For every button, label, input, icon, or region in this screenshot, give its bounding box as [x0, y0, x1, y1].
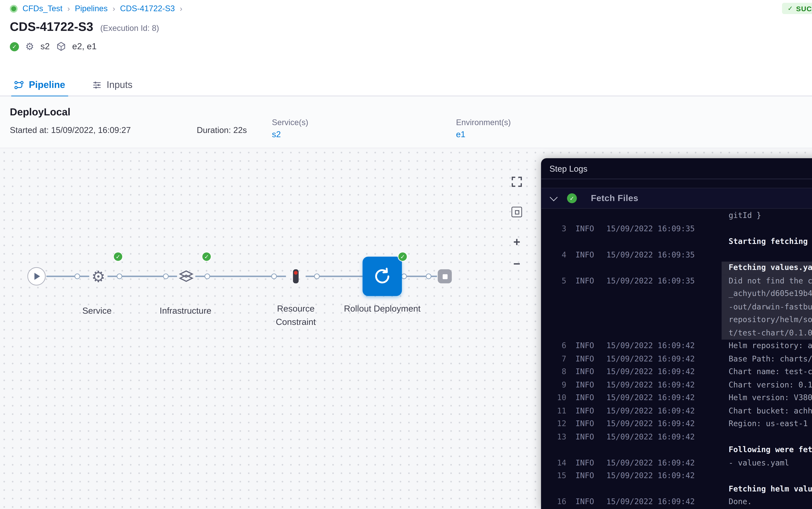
log-line-number: 14	[551, 457, 566, 470]
log-line: 7 INFO 15/09/2022 16:09:42 Base Path: ch…	[551, 353, 812, 366]
play-icon	[34, 273, 40, 280]
zoom-in-icon[interactable]: +	[513, 236, 520, 248]
status-badge: ✓ SUCCESS	[782, 3, 812, 14]
environments-tag: e2, e1	[72, 41, 97, 52]
log-line-text: Did not find the chart and version in lo…	[722, 275, 812, 340]
resource-constraint-step-node[interactable]	[290, 268, 301, 285]
graph-connector-dot	[117, 273, 122, 279]
log-line-text: Helm repository: aws-qa-setup-modified	[729, 340, 812, 353]
log-line: 15 INFO 15/09/2022 16:09:42	[551, 470, 812, 483]
log-line-time: 15/09/2022 16:09:42	[606, 366, 699, 379]
log-line: 12 INFO 15/09/2022 16:09:42 Region: us-e…	[551, 418, 812, 431]
log-line-level: INFO	[576, 470, 599, 483]
log-line-text: Base Path: charts/	[729, 353, 812, 366]
log-line-number: 3	[551, 223, 566, 236]
view-tabs: Pipeline Inputs Console View	[0, 74, 812, 96]
service-success-badge: ✓	[113, 252, 123, 262]
log-line-level: INFO	[576, 275, 599, 287]
breadcrumb-pipeline-link[interactable]: CDS-41722-S3	[120, 4, 175, 13]
execution-id: (Execution Id: 8)	[100, 24, 159, 32]
log-line-text: Fetching helm values completed successfu…	[729, 483, 812, 496]
fullscreen-icon[interactable]	[511, 176, 523, 188]
log-line: Starting fetching Helm values	[551, 236, 812, 248]
graph-connector-dot	[271, 273, 277, 279]
rollout-deployment-step-node[interactable]	[363, 257, 402, 296]
log-line: 14 INFO 15/09/2022 16:09:42 - values.yam…	[551, 457, 812, 470]
log-line-text: Fetching values.yaml from helm chart rep…	[722, 262, 812, 274]
log-line-number: 11	[551, 405, 566, 418]
inputs-icon	[92, 80, 102, 90]
log-line-time: 15/09/2022 16:09:42	[606, 353, 699, 366]
step-logs-panel: Step Logs Console View ✓ Fetch Files ↑ ↓…	[541, 158, 812, 509]
tab-inputs[interactable]: Inputs	[89, 73, 135, 96]
graph-connector-dot	[75, 273, 80, 279]
breadcrumb-project-link[interactable]: CFDs_Test	[23, 4, 62, 13]
environment-icon	[56, 41, 66, 52]
log-line-text: Helm version: V380	[729, 392, 812, 405]
log-line-number: 7	[551, 353, 566, 366]
step-name: Fetch Files	[591, 193, 638, 203]
log-line: Fetching values.yaml from helm chart rep…	[551, 262, 812, 274]
service-tag: s2	[40, 41, 50, 52]
status-badge-label: SUCCESS	[796, 5, 812, 12]
log-line: 11 INFO 15/09/2022 16:09:42 Chart bucket…	[551, 405, 812, 418]
check-icon: ✓	[788, 5, 793, 12]
log-line-number: 15	[551, 470, 566, 483]
log-line-number: 8	[551, 366, 566, 379]
log-line: 13 INFO 15/09/2022 16:09:42	[551, 431, 812, 444]
log-line-level: INFO	[576, 418, 599, 431]
log-line-level: INFO	[576, 405, 599, 418]
breadcrumb-separator: ›	[180, 4, 182, 13]
log-line: 4 INFO 15/09/2022 16:09:35	[551, 248, 812, 262]
stage-info-bar: DeployLocal Started at: 15/09/2022, 16:0…	[0, 96, 812, 148]
environments-value-link[interactable]: e1	[456, 129, 511, 139]
log-line-time: 15/09/2022 16:09:42	[606, 470, 699, 483]
services-label: Service(s)	[272, 118, 308, 127]
log-line: 5 INFO 15/09/2022 16:09:35 Did not find …	[551, 275, 812, 340]
stage-end-node[interactable]	[438, 269, 452, 283]
log-line-level: INFO	[576, 223, 599, 236]
log-line-level: INFO	[576, 248, 599, 262]
log-line-number: 13	[551, 431, 566, 444]
log-body[interactable]: gitId } 3 INFO 15/09/2022 16:09:35 Start…	[541, 209, 812, 509]
log-line-number: 10	[551, 392, 566, 405]
zoom-out-icon[interactable]: −	[513, 258, 520, 270]
pipeline-canvas[interactable]: ⚙ ✓ ✓ ✓ Service Infrastructure Resource …	[0, 148, 812, 509]
log-line-text: Chart name: test-chart	[729, 366, 812, 379]
breadcrumb-pipelines-link[interactable]: Pipelines	[75, 4, 108, 13]
log-line-time: 15/09/2022 16:09:42	[606, 379, 699, 392]
log-line-level: INFO	[576, 379, 599, 392]
step-success-icon: ✓	[567, 193, 577, 203]
stop-icon	[442, 274, 447, 279]
log-step-row[interactable]: ✓ Fetch Files ↑ ↓ 9s	[541, 188, 812, 209]
fit-view-inner	[515, 210, 519, 214]
node-label-service: Service	[58, 304, 136, 318]
log-line-time: 15/09/2022 16:09:42	[606, 392, 699, 405]
log-panel-title: Step Logs	[549, 164, 587, 173]
log-line-text: Done.	[729, 496, 812, 509]
infrastructure-step-node[interactable]	[176, 267, 196, 286]
chevron-down-icon[interactable]	[550, 193, 558, 201]
services-value-link[interactable]: s2	[272, 129, 308, 139]
project-icon	[10, 5, 18, 12]
service-step-node[interactable]: ⚙	[87, 265, 109, 287]
stage-started-at: Started at: 15/09/2022, 16:09:27	[10, 125, 131, 135]
graph-connector-dot	[314, 273, 320, 279]
log-panel-header: Step Logs Console View	[541, 158, 812, 179]
rollout-icon	[372, 267, 392, 286]
graph-edge	[402, 276, 437, 277]
log-line-text: Starting fetching Helm values	[729, 236, 812, 248]
log-line: 10 INFO 15/09/2022 16:09:42 Helm version…	[551, 392, 812, 405]
fit-view-icon[interactable]	[512, 207, 522, 217]
execution-page: CFDs_Test › Pipelines › CDS-41722-S3 › ✓…	[0, 0, 812, 509]
page-title: CDS-41722-S3	[10, 20, 93, 34]
pipeline-icon	[14, 80, 24, 90]
tab-pipeline[interactable]: Pipeline	[11, 73, 68, 96]
stage-start-node[interactable]	[28, 267, 46, 285]
log-line-time: 15/09/2022 16:09:35	[606, 275, 699, 287]
execution-meta: ✓ ⚙ s2 e2, e1	[10, 41, 97, 52]
log-line-time: 15/09/2022 16:09:42	[606, 405, 699, 418]
resource-constraint-icon	[291, 268, 301, 285]
log-line-number: 5	[551, 275, 566, 287]
tab-pipeline-label: Pipeline	[29, 79, 65, 90]
